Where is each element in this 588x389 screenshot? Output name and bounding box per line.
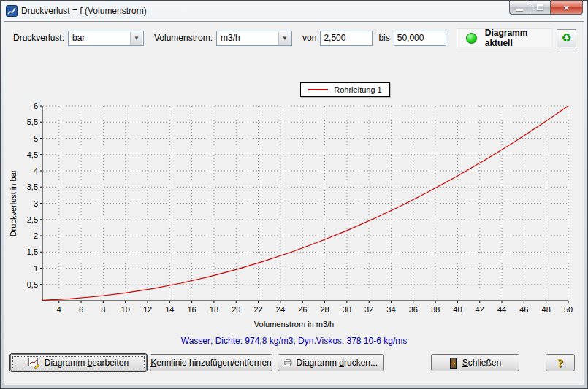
refresh-button[interactable]: ♻ <box>557 29 576 47</box>
bis-label: bis <box>378 33 389 43</box>
toolbar: Druckverlust: bar ▼ Volumenstrom: m3/h ▼… <box>4 22 584 50</box>
svg-text:48: 48 <box>542 305 551 314</box>
legend: Rohrleitung 1 <box>300 82 389 97</box>
exit-door-icon <box>449 358 458 369</box>
svg-text:5: 5 <box>34 134 38 143</box>
svg-text:2,5: 2,5 <box>27 215 38 224</box>
x-axis-title: Volumenstrom in m3/h <box>254 320 334 328</box>
svg-text:5,5: 5,5 <box>27 118 38 126</box>
button-label: Kennlinie hinzufügen/entfernen <box>150 358 271 368</box>
diagramm-bearbeiten-button[interactable]: Diagramm bearbeiten <box>10 354 147 371</box>
svg-text:32: 32 <box>364 305 373 314</box>
chart-grid <box>43 106 568 300</box>
titlebar: Druckverlust = f (Volumenstrom) × <box>1 1 587 20</box>
maximize-button[interactable] <box>530 1 550 15</box>
volumenstrom-label: Volumenstrom: <box>154 33 213 43</box>
chart-curve-1 <box>42 106 568 300</box>
refresh-icon: ♻ <box>561 32 571 44</box>
druckverlust-unit-value: bar <box>72 33 85 43</box>
svg-text:44: 44 <box>497 305 506 314</box>
button-label: Schließen <box>462 358 501 368</box>
druckverlust-unit-dropdown[interactable]: bar ▼ <box>68 31 144 46</box>
status-green-light-icon <box>466 33 477 44</box>
caption-buttons: × <box>509 1 583 15</box>
fluid-properties-annotation: Wasser; Dichte: 974,8 kg/m3; Dyn.Viskos.… <box>181 336 407 346</box>
svg-text:28: 28 <box>320 305 329 314</box>
svg-text:20: 20 <box>232 305 240 314</box>
button-label: Diagramm drucken... <box>297 358 378 368</box>
svg-text:8: 8 <box>101 305 105 314</box>
svg-text:4,5: 4,5 <box>27 150 38 159</box>
druckverlust-label: Druckverlust: <box>13 33 64 43</box>
svg-text:2: 2 <box>34 231 38 240</box>
chart-y-tick-labels: 0,511,522,533,544,555,56 <box>27 101 38 289</box>
chart-x-tick-labels: 4681012141618202224262830323436384042444… <box>57 305 573 314</box>
bottom-bar: Diagramm bearbeiten Kennlinie hinzufügen… <box>4 347 584 385</box>
svg-text:6: 6 <box>34 101 38 110</box>
svg-text:36: 36 <box>409 305 418 314</box>
close-button[interactable]: × <box>550 1 583 15</box>
printer-icon <box>284 358 292 368</box>
svg-text:10: 10 <box>121 305 130 314</box>
y-axis-title: Druckverlust in bar <box>9 169 18 236</box>
app-window: Druckverlust = f (Volumenstrom) × Druckv… <box>0 0 588 389</box>
status-panel: Diagramm aktuell <box>457 28 551 47</box>
volumenstrom-unit-value: m3/h <box>221 33 240 43</box>
svg-text:3,5: 3,5 <box>27 182 38 191</box>
von-label: von <box>302 33 316 43</box>
schliessen-button[interactable]: Schließen <box>431 354 519 371</box>
status-text: Diagramm aktuell <box>485 28 542 48</box>
kennlinie-hinzufuegen-entfernen-button[interactable]: Kennlinie hinzufügen/entfernen <box>150 354 272 371</box>
svg-text:42: 42 <box>476 305 484 314</box>
chart-plot: 4681012141618202224262830323436384042444… <box>4 101 584 318</box>
svg-text:50: 50 <box>564 305 573 314</box>
svg-text:4: 4 <box>57 305 61 314</box>
chart-axes <box>40 106 568 303</box>
svg-text:24: 24 <box>276 305 285 314</box>
svg-text:46: 46 <box>519 305 528 314</box>
svg-text:1,5: 1,5 <box>27 247 38 256</box>
maximize-icon <box>537 4 543 10</box>
svg-text:0,5: 0,5 <box>27 280 38 289</box>
help-icon: ? <box>557 357 564 369</box>
svg-text:4: 4 <box>34 166 38 175</box>
diagramm-drucken-button[interactable]: Diagramm drucken... <box>278 354 384 371</box>
chart-svg: 4681012141618202224262830323436384042444… <box>4 101 584 316</box>
volumenstrom-unit-dropdown[interactable]: m3/h ▼ <box>216 31 292 46</box>
minimize-button[interactable] <box>509 1 530 15</box>
button-label: Diagramm bearbeiten <box>45 358 129 368</box>
svg-text:40: 40 <box>453 305 462 314</box>
svg-text:1: 1 <box>34 264 38 273</box>
edit-diagram-icon <box>28 358 40 369</box>
svg-text:26: 26 <box>298 305 307 314</box>
svg-text:3: 3 <box>34 199 38 208</box>
svg-text:22: 22 <box>253 305 262 314</box>
window-title: Druckverlust = f (Volumenstrom) <box>21 6 147 16</box>
svg-text:16: 16 <box>188 305 196 314</box>
svg-text:14: 14 <box>165 305 174 314</box>
svg-text:30: 30 <box>343 305 351 314</box>
legend-line-sample <box>308 89 328 90</box>
von-input[interactable] <box>320 31 373 46</box>
bis-input[interactable] <box>394 31 446 46</box>
svg-text:34: 34 <box>386 305 395 314</box>
svg-text:12: 12 <box>143 305 152 314</box>
help-button[interactable]: ? <box>546 354 575 371</box>
app-icon <box>6 5 18 17</box>
chevron-down-icon: ▼ <box>278 32 291 45</box>
svg-text:38: 38 <box>431 305 440 314</box>
minimize-icon <box>516 9 523 11</box>
chart-section: Rohrleitung 1 46810121416182022242628303… <box>4 50 584 347</box>
client-area: Druckverlust: bar ▼ Volumenstrom: m3/h ▼… <box>4 21 584 385</box>
chevron-down-icon: ▼ <box>130 32 142 45</box>
svg-text:6: 6 <box>79 305 83 314</box>
legend-label: Rohrleitung 1 <box>334 85 381 94</box>
svg-text:18: 18 <box>210 305 218 314</box>
close-icon: × <box>564 3 570 12</box>
